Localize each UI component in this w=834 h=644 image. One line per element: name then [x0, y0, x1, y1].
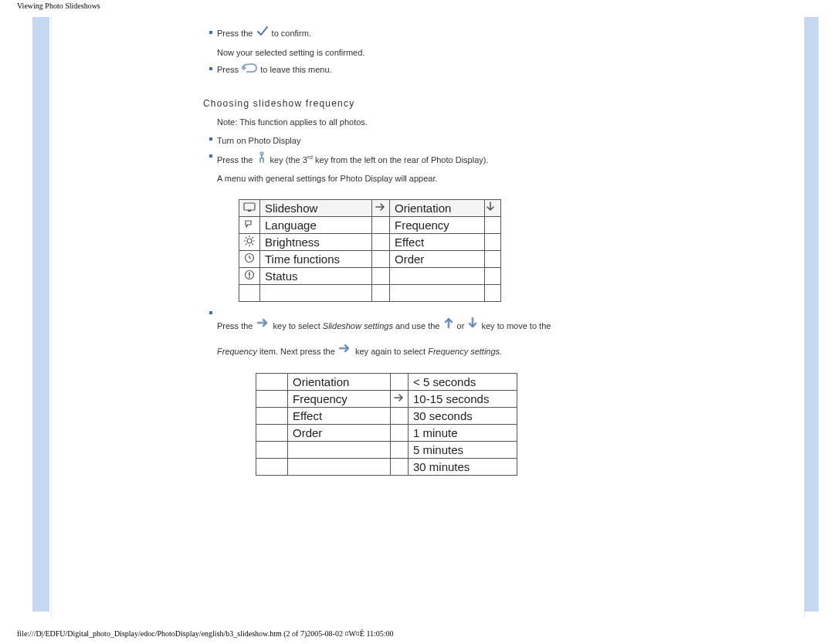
right-arrow-icon	[256, 316, 271, 336]
italic-text: Frequency	[217, 347, 257, 356]
svg-rect-14	[249, 272, 250, 276]
press-key-line: Press the key (the 3rd key from the left…	[52, 151, 804, 168]
menu-item: Orientation	[288, 373, 391, 390]
right-arrow-icon	[391, 390, 409, 407]
menu-item: Effect	[288, 407, 391, 424]
right-arrow-icon	[372, 199, 390, 216]
menu-item: Order	[390, 250, 485, 267]
text-span: to leave this menu.	[260, 65, 331, 74]
language-icon	[239, 216, 260, 233]
content-area: Press the to confirm. Now your selected …	[51, 17, 805, 618]
text-span: key (the 3	[270, 154, 307, 164]
text-span: Press the	[217, 154, 256, 164]
bullet-icon	[209, 137, 212, 141]
checkmark-icon	[256, 25, 270, 42]
right-arrow-icon	[337, 341, 353, 361]
bullet-icon	[209, 67, 212, 70]
menu-item: Frequency	[288, 390, 391, 407]
intro-line-2: Now your selected setting is confirmed.	[52, 46, 804, 59]
text-span: and use the	[393, 321, 442, 330]
svg-line-8	[246, 237, 247, 239]
text-span: key again to select	[355, 347, 428, 356]
note-line: Note: This function applies to all photo…	[52, 115, 804, 129]
left-decor-bar	[32, 17, 49, 612]
text-span: key from the left on the rear of Photo D…	[313, 154, 488, 164]
svg-line-11	[253, 237, 254, 239]
page-footer: file:///D|/EDFU/Digital_photo_Display/ed…	[17, 629, 394, 638]
svg-point-3	[247, 239, 252, 243]
bullet-icon	[209, 311, 212, 314]
menu-item: Time functions	[260, 250, 372, 267]
menu-item: 1 minute	[409, 424, 517, 441]
status-icon	[239, 267, 260, 284]
menu-item: Language	[260, 216, 372, 233]
section-heading: Choosing slideshow frequency	[52, 98, 804, 109]
page-header: Viewing Photo Slideshows	[17, 2, 100, 10]
bullet-icon	[209, 31, 212, 34]
back-arrow-icon	[241, 63, 258, 77]
menu-item: Effect	[390, 233, 485, 250]
text-span: Turn on Photo Display	[217, 136, 300, 145]
menu-item: 30 minutes	[409, 458, 517, 475]
up-arrow-icon	[442, 315, 455, 337]
menu-item: 10-15 seconds	[409, 390, 517, 407]
settings-menu-table: Slideshow Orientation Language Frequency…	[239, 199, 501, 302]
menu-item: Frequency	[390, 216, 485, 233]
text-span: Press the	[217, 29, 256, 38]
bullet-icon	[209, 154, 212, 158]
down-arrow-icon	[466, 315, 479, 337]
svg-line-10	[246, 243, 247, 245]
intro-line-1: Press the to confirm.	[52, 26, 804, 42]
turn-on-line: Turn on Photo Display	[52, 134, 804, 147]
menu-item: < 5 seconds	[409, 373, 517, 390]
italic-text: Slideshow settings	[323, 321, 393, 330]
svg-rect-1	[244, 203, 255, 210]
frequency-menu-table: Orientation < 5 seconds Frequency 10-15 …	[256, 373, 517, 476]
menu-item: Slideshow	[260, 199, 372, 216]
menu-item: Brightness	[260, 233, 372, 250]
text-span: item. Next press the	[257, 347, 335, 356]
clock-icon	[239, 250, 260, 267]
text-span: key to move to the	[481, 321, 551, 330]
menu-appear-line: A menu with general settings for Photo D…	[52, 171, 804, 185]
down-arrow-icon	[485, 199, 501, 216]
menu-item: Orientation	[390, 199, 485, 216]
brightness-icon	[239, 233, 260, 250]
intro-line-3: Press to leave this menu.	[52, 63, 804, 78]
text-span: to confirm.	[272, 29, 311, 38]
text-span: Press	[217, 65, 241, 74]
menu-item: Order	[288, 424, 391, 441]
svg-rect-2	[248, 210, 251, 212]
text-span: Press the	[217, 321, 253, 330]
menu-item: 5 minutes	[409, 441, 517, 458]
svg-line-9	[253, 243, 254, 245]
italic-text: Frequency settings.	[428, 347, 502, 356]
sup-text: rd	[307, 154, 313, 161]
menu-item: 30 seconds	[409, 407, 517, 424]
slideshow-icon	[239, 199, 260, 216]
text-span: or	[457, 321, 467, 330]
svg-rect-15	[249, 276, 250, 278]
text-span: key to select	[273, 321, 323, 330]
instruction-2: Press the key to select Slideshow settin…	[52, 316, 804, 362]
settings-key-icon	[256, 151, 268, 168]
right-decor-bar	[805, 17, 819, 612]
menu-item: Status	[260, 267, 372, 284]
